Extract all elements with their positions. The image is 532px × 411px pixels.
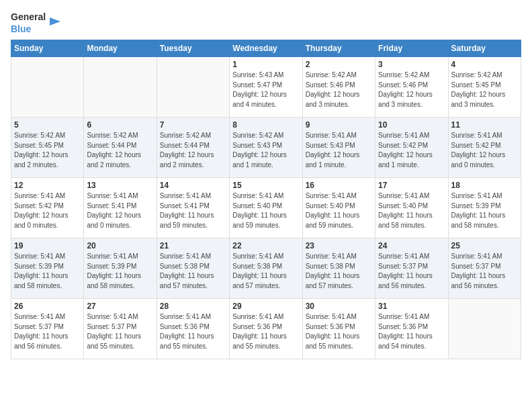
week-row-1: 5Sunrise: 5:42 AM Sunset: 5:45 PM Daylig… <box>11 118 521 178</box>
day-number: 3 <box>378 60 445 69</box>
calendar-cell: 19Sunrise: 5:41 AM Sunset: 5:39 PM Dayli… <box>11 238 84 299</box>
calendar-cell: 14Sunrise: 5:41 AM Sunset: 5:41 PM Dayli… <box>157 178 229 238</box>
day-info: Sunrise: 5:42 AM Sunset: 5:45 PM Dayligh… <box>451 71 518 109</box>
day-number: 11 <box>451 120 518 130</box>
week-row-2: 12Sunrise: 5:41 AM Sunset: 5:42 PM Dayli… <box>11 178 521 238</box>
day-info: Sunrise: 5:42 AM Sunset: 5:44 PM Dayligh… <box>87 131 153 170</box>
calendar-cell: 4Sunrise: 5:42 AM Sunset: 5:45 PM Daylig… <box>448 57 521 118</box>
day-number: 27 <box>87 302 153 311</box>
calendar-cell: 30Sunrise: 5:41 AM Sunset: 5:36 PM Dayli… <box>302 299 375 359</box>
week-row-4: 26Sunrise: 5:41 AM Sunset: 5:37 PM Dayli… <box>11 299 521 359</box>
calendar-cell: 20Sunrise: 5:41 AM Sunset: 5:39 PM Dayli… <box>84 238 157 299</box>
day-info: Sunrise: 5:42 AM Sunset: 5:45 PM Dayligh… <box>14 131 81 170</box>
day-info: Sunrise: 5:41 AM Sunset: 5:37 PM Dayligh… <box>14 312 81 351</box>
calendar-cell <box>11 57 84 118</box>
weekday-sunday: Sunday <box>11 40 84 57</box>
day-number: 20 <box>87 241 153 250</box>
day-number: 12 <box>14 181 81 190</box>
day-number: 31 <box>378 302 445 311</box>
day-number: 15 <box>232 181 299 190</box>
day-number: 18 <box>451 181 518 190</box>
day-number: 1 <box>232 60 299 69</box>
calendar-cell: 6Sunrise: 5:42 AM Sunset: 5:44 PM Daylig… <box>84 118 157 178</box>
calendar-cell: 15Sunrise: 5:41 AM Sunset: 5:40 PM Dayli… <box>230 178 302 238</box>
calendar-cell: 3Sunrise: 5:42 AM Sunset: 5:46 PM Daylig… <box>375 57 448 118</box>
calendar-cell: 11Sunrise: 5:41 AM Sunset: 5:42 PM Dayli… <box>448 118 521 178</box>
calendar-cell <box>84 57 157 118</box>
day-info: Sunrise: 5:41 AM Sunset: 5:40 PM Dayligh… <box>306 191 372 230</box>
calendar-cell: 8Sunrise: 5:42 AM Sunset: 5:43 PM Daylig… <box>230 118 302 178</box>
day-number: 26 <box>14 302 81 311</box>
day-info: Sunrise: 5:41 AM Sunset: 5:42 PM Dayligh… <box>451 131 518 170</box>
header: General Blue <box>11 11 521 34</box>
day-number: 6 <box>87 120 153 130</box>
day-number: 9 <box>306 120 372 130</box>
calendar-cell: 5Sunrise: 5:42 AM Sunset: 5:45 PM Daylig… <box>11 118 84 178</box>
day-number: 25 <box>451 241 518 250</box>
calendar-cell: 28Sunrise: 5:41 AM Sunset: 5:36 PM Dayli… <box>157 299 229 359</box>
day-number: 10 <box>378 120 445 130</box>
day-number: 28 <box>160 302 226 311</box>
day-info: Sunrise: 5:41 AM Sunset: 5:38 PM Dayligh… <box>232 252 299 291</box>
weekday-saturday: Saturday <box>448 40 521 57</box>
calendar-cell <box>448 299 521 359</box>
day-info: Sunrise: 5:41 AM Sunset: 5:39 PM Dayligh… <box>451 191 518 230</box>
weekday-wednesday: Wednesday <box>230 40 302 57</box>
calendar-cell: 17Sunrise: 5:41 AM Sunset: 5:40 PM Dayli… <box>375 178 448 238</box>
logo-blue: Blue <box>11 24 31 34</box>
week-row-3: 19Sunrise: 5:41 AM Sunset: 5:39 PM Dayli… <box>11 238 521 299</box>
day-info: Sunrise: 5:41 AM Sunset: 5:39 PM Dayligh… <box>87 252 153 291</box>
day-info: Sunrise: 5:41 AM Sunset: 5:40 PM Dayligh… <box>378 191 445 230</box>
day-number: 22 <box>232 241 299 250</box>
day-number: 5 <box>14 120 81 130</box>
logo-flag-icon <box>48 16 62 30</box>
day-info: Sunrise: 5:43 AM Sunset: 5:47 PM Dayligh… <box>232 71 299 109</box>
calendar-table: SundayMondayTuesdayWednesdayThursdayFrid… <box>11 40 521 359</box>
calendar-cell: 9Sunrise: 5:41 AM Sunset: 5:43 PM Daylig… <box>302 118 375 178</box>
logo-text: General Blue <box>11 11 46 34</box>
day-info: Sunrise: 5:41 AM Sunset: 5:39 PM Dayligh… <box>14 252 81 291</box>
calendar-cell <box>157 57 229 118</box>
calendar-cell: 18Sunrise: 5:41 AM Sunset: 5:39 PM Dayli… <box>448 178 521 238</box>
calendar-cell: 2Sunrise: 5:42 AM Sunset: 5:46 PM Daylig… <box>302 57 375 118</box>
day-info: Sunrise: 5:41 AM Sunset: 5:43 PM Dayligh… <box>306 131 372 170</box>
day-info: Sunrise: 5:41 AM Sunset: 5:36 PM Dayligh… <box>232 312 299 351</box>
calendar-cell: 25Sunrise: 5:41 AM Sunset: 5:37 PM Dayli… <box>448 238 521 299</box>
day-info: Sunrise: 5:41 AM Sunset: 5:36 PM Dayligh… <box>160 312 226 351</box>
calendar-cell: 24Sunrise: 5:41 AM Sunset: 5:37 PM Dayli… <box>375 238 448 299</box>
day-number: 8 <box>232 120 299 130</box>
weekday-header-row: SundayMondayTuesdayWednesdayThursdayFrid… <box>11 40 521 57</box>
week-row-0: 1Sunrise: 5:43 AM Sunset: 5:47 PM Daylig… <box>11 57 521 118</box>
calendar-cell: 26Sunrise: 5:41 AM Sunset: 5:37 PM Dayli… <box>11 299 84 359</box>
day-info: Sunrise: 5:42 AM Sunset: 5:46 PM Dayligh… <box>378 71 445 109</box>
day-info: Sunrise: 5:41 AM Sunset: 5:42 PM Dayligh… <box>14 191 81 230</box>
weekday-tuesday: Tuesday <box>157 40 229 57</box>
day-info: Sunrise: 5:42 AM Sunset: 5:43 PM Dayligh… <box>232 131 299 170</box>
day-info: Sunrise: 5:41 AM Sunset: 5:36 PM Dayligh… <box>378 312 445 351</box>
day-info: Sunrise: 5:41 AM Sunset: 5:37 PM Dayligh… <box>87 312 153 351</box>
day-number: 14 <box>160 181 226 190</box>
day-number: 19 <box>14 241 81 250</box>
day-info: Sunrise: 5:41 AM Sunset: 5:38 PM Dayligh… <box>160 252 226 291</box>
day-info: Sunrise: 5:41 AM Sunset: 5:37 PM Dayligh… <box>378 252 445 291</box>
day-info: Sunrise: 5:41 AM Sunset: 5:36 PM Dayligh… <box>306 312 372 351</box>
day-number: 30 <box>306 302 372 311</box>
calendar-cell: 27Sunrise: 5:41 AM Sunset: 5:37 PM Dayli… <box>84 299 157 359</box>
calendar-cell: 10Sunrise: 5:41 AM Sunset: 5:42 PM Dayli… <box>375 118 448 178</box>
weekday-monday: Monday <box>84 40 157 57</box>
calendar-body: 1Sunrise: 5:43 AM Sunset: 5:47 PM Daylig… <box>11 57 521 359</box>
calendar-cell: 29Sunrise: 5:41 AM Sunset: 5:36 PM Dayli… <box>230 299 302 359</box>
day-info: Sunrise: 5:41 AM Sunset: 5:38 PM Dayligh… <box>306 252 372 291</box>
calendar-cell: 22Sunrise: 5:41 AM Sunset: 5:38 PM Dayli… <box>230 238 302 299</box>
day-number: 4 <box>451 60 518 69</box>
day-number: 13 <box>87 181 153 190</box>
day-number: 16 <box>306 181 372 190</box>
calendar-cell: 7Sunrise: 5:42 AM Sunset: 5:44 PM Daylig… <box>157 118 229 178</box>
logo: General Blue <box>11 11 62 34</box>
day-info: Sunrise: 5:42 AM Sunset: 5:46 PM Dayligh… <box>306 71 372 109</box>
day-number: 24 <box>378 241 445 250</box>
day-info: Sunrise: 5:41 AM Sunset: 5:41 PM Dayligh… <box>87 191 153 230</box>
day-number: 23 <box>306 241 372 250</box>
day-info: Sunrise: 5:41 AM Sunset: 5:42 PM Dayligh… <box>378 131 445 170</box>
day-number: 7 <box>160 120 226 130</box>
